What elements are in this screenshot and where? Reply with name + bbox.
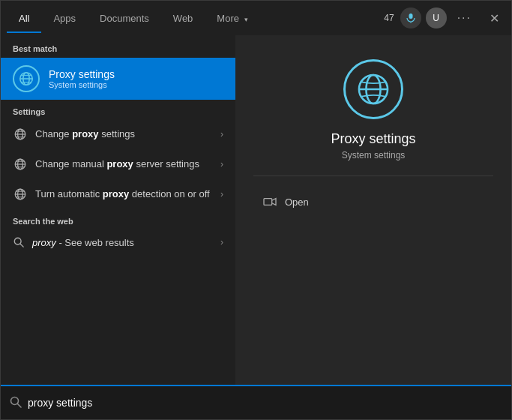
globe-icon — [18, 70, 34, 87]
svg-rect-0 — [409, 14, 412, 19]
globe-icon-2 — [13, 157, 28, 172]
left-panel: Best match Proxy settings System setting… — [1, 35, 235, 385]
menu-item-auto-proxy[interactable]: Turn automatic proxy detection on or off… — [1, 179, 235, 209]
chevron-right-icon-web: › — [220, 237, 223, 248]
chevron-down-icon: ▾ — [244, 16, 248, 23]
main-content: Best match Proxy settings System setting… — [1, 35, 511, 385]
tab-apps[interactable]: Apps — [41, 4, 88, 33]
tab-documents[interactable]: Documents — [88, 4, 161, 33]
action-open-label: Open — [285, 196, 309, 208]
menu-item-manual-proxy[interactable]: Change manual proxy server settings › — [1, 149, 235, 179]
close-button[interactable]: ✕ — [484, 8, 505, 28]
best-match-subtitle: System settings — [49, 80, 115, 89]
nav-tabs: All Apps Documents Web More ▾ — [7, 4, 384, 33]
tab-all[interactable]: All — [7, 4, 41, 33]
search-input[interactable] — [28, 397, 502, 409]
best-match-label: Best match — [1, 35, 235, 58]
right-panel: Proxy settings System settings Open — [235, 35, 511, 385]
proxy-settings-large-icon — [354, 70, 393, 109]
mic-icon — [406, 13, 416, 23]
settings-label: Settings — [1, 100, 235, 119]
svg-line-29 — [18, 404, 22, 407]
result-icon-large — [343, 59, 403, 119]
proxy-settings-icon — [13, 65, 40, 92]
svg-line-23 — [20, 244, 23, 247]
web-search-item[interactable]: proxy - See web results › — [1, 229, 235, 256]
top-bar-right: 47 U ··· ✕ — [384, 8, 505, 28]
tab-more[interactable]: More ▾ — [205, 4, 259, 33]
action-open[interactable]: Open — [253, 188, 493, 215]
more-options-button[interactable]: ··· — [451, 8, 478, 28]
menu-item-text-2: Change manual proxy server settings — [35, 158, 214, 171]
divider — [253, 176, 493, 176]
chevron-right-icon-2: › — [220, 159, 223, 170]
open-icon — [262, 194, 277, 209]
best-match-item[interactable]: Proxy settings System settings — [1, 58, 235, 100]
globe-icon-3 — [13, 187, 28, 202]
menu-item-text-1: Change proxy settings — [35, 128, 214, 141]
search-icon-small — [13, 236, 25, 248]
result-subtitle: System settings — [342, 150, 406, 160]
top-bar: All Apps Documents Web More ▾ 47 — [1, 1, 511, 35]
globe-icon-1 — [13, 127, 28, 142]
menu-item-text-3: Turn automatic proxy detection on or off — [35, 188, 214, 201]
user-button[interactable]: U — [426, 8, 447, 28]
best-match-title: Proxy settings — [49, 68, 115, 80]
badge-count: 47 — [384, 13, 394, 23]
chevron-right-icon-1: › — [220, 129, 223, 140]
svg-rect-27 — [264, 199, 272, 206]
menu-item-change-proxy[interactable]: Change proxy settings › — [1, 119, 235, 149]
best-match-text: Proxy settings System settings — [49, 68, 115, 89]
result-title: Proxy settings — [331, 131, 415, 147]
action-list: Open — [253, 188, 493, 215]
search-query: proxy — [32, 237, 56, 248]
web-search-label: Search the web — [1, 209, 235, 229]
window: All Apps Documents Web More ▾ 47 — [0, 0, 512, 420]
web-search-text: proxy - See web results — [32, 237, 214, 248]
search-bar-icon — [10, 396, 22, 410]
mic-button[interactable] — [400, 8, 421, 28]
chevron-right-icon-3: › — [220, 189, 223, 200]
tab-web[interactable]: Web — [161, 4, 205, 33]
search-bar — [1, 385, 511, 419]
see-web-results-label: - See web results — [56, 237, 134, 248]
